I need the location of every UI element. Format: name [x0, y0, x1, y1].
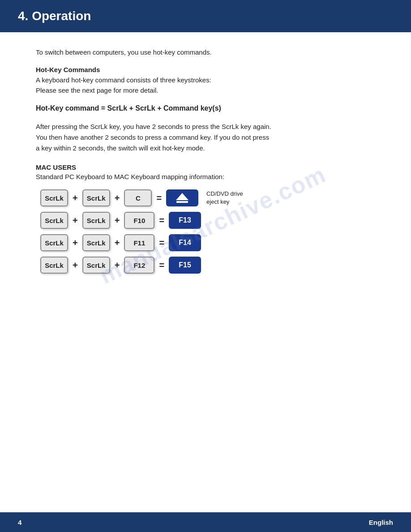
key-f12: F12	[124, 257, 154, 274]
key-row-1: ScrLk + ScrLk + C = CD/DVD driveeject ke…	[40, 189, 375, 206]
eject-bar	[176, 201, 188, 203]
eject-symbol	[176, 193, 188, 203]
hotkey-commands-body-line1: A keyboard hot-key command consists of t…	[36, 76, 211, 84]
content-wrapper: manualsarchive.com To switch between com…	[0, 32, 411, 512]
op-plus-3a: +	[73, 238, 78, 248]
description-block: After pressing the ScrLk key, you have 2…	[36, 121, 375, 154]
key-f11: F11	[124, 234, 154, 251]
mac-body: Standard PC Keyboard to MAC Keyboard map…	[36, 173, 375, 180]
key-scrlk-3a: ScrLk	[40, 234, 68, 251]
op-plus-4b: +	[115, 260, 120, 270]
footer-language: English	[369, 519, 393, 526]
key-f10: F10	[124, 212, 154, 229]
key-scrlk-4a: ScrLk	[40, 257, 68, 274]
result-f13: F13	[169, 212, 201, 229]
key-scrlk-1a: ScrLk	[40, 189, 68, 206]
op-equals-3: =	[159, 238, 164, 248]
key-row-4: ScrLk + ScrLk + F12 = F15	[40, 257, 375, 274]
op-plus-4a: +	[73, 260, 78, 270]
main-content: To switch between computers, you use hot…	[0, 32, 411, 512]
op-plus-1b: +	[115, 193, 120, 203]
key-scrlk-2b: ScrLk	[82, 212, 110, 229]
result-f14: F14	[169, 234, 201, 251]
desc-line3: a key within 2 seconds, the switch will …	[36, 144, 205, 152]
op-plus-2a: +	[73, 215, 78, 226]
result-f15: F15	[169, 257, 201, 274]
op-equals-2: =	[159, 215, 164, 226]
op-plus-3b: +	[115, 238, 120, 248]
key-scrlk-4b: ScrLk	[82, 257, 110, 274]
result-eject	[166, 189, 198, 206]
key-scrlk-3b: ScrLk	[82, 234, 110, 251]
footer-page-number: 4	[18, 519, 21, 526]
key-row-2: ScrLk + ScrLk + F10 = F13	[40, 212, 375, 229]
op-equals-1: =	[156, 193, 162, 203]
desc-line1: After pressing the ScrLk key, you have 2…	[36, 123, 271, 130]
op-plus-2b: +	[115, 215, 120, 226]
desc-line2: You then have another 2 seconds to press…	[36, 133, 269, 141]
op-equals-4: =	[159, 260, 164, 270]
intro-paragraph: To switch between computers, you use hot…	[36, 48, 375, 56]
key-c: C	[124, 189, 152, 206]
op-plus-1a: +	[73, 193, 78, 203]
key-scrlk-2a: ScrLk	[40, 212, 68, 229]
key-scrlk-1b: ScrLk	[82, 189, 110, 206]
eject-triangle	[176, 193, 188, 200]
hotkey-commands-heading: Hot-Key Commands	[36, 66, 375, 73]
key-row-3: ScrLk + ScrLk + F11 = F14	[40, 234, 375, 251]
footer-bar: 4 English	[0, 512, 411, 532]
mac-heading: MAC USERS	[36, 163, 375, 171]
cd-dvd-label: CD/DVD driveeject key	[206, 190, 243, 206]
hotkey-commands-body-line2: Please see the next page for more detail…	[36, 86, 158, 94]
header-bar: 4. Operation	[0, 0, 411, 32]
page-title: 4. Operation	[18, 9, 91, 23]
hotkey-formula: Hot-Key command = ScrLk + ScrLk + Comman…	[36, 104, 375, 112]
key-rows: ScrLk + ScrLk + C = CD/DVD driveeject ke…	[40, 189, 375, 274]
hotkey-commands-body: A keyboard hot-key command consists of t…	[36, 75, 375, 95]
